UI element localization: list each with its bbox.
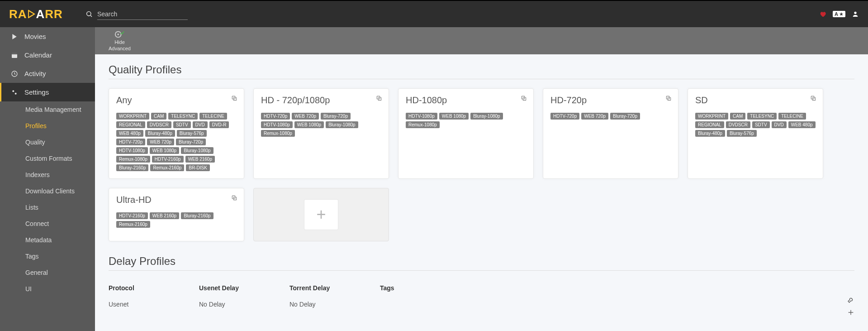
quality-tag: WORKPRINT [695,113,728,120]
clock-icon [11,70,18,77]
quality-tag: TELECINE [778,113,806,120]
calendar-icon [11,52,18,59]
quality-tag: TELECINE [199,113,227,120]
svg-point-0 [87,12,91,16]
profiles-grid: AnyWORKPRINTCAMTELESYNCTELECINEREGIONALD… [109,88,854,241]
sidebar-label: Movies [24,33,46,40]
subnav-metadata[interactable]: Metadata [0,232,95,248]
search-input[interactable] [97,9,188,20]
quality-tag: WEB 2160p [150,212,179,219]
subnav-profiles[interactable]: Profiles [0,118,95,134]
delay-row[interactable]: Usenet No Delay No Delay [109,296,847,312]
quality-tag: Bluray-1080p [326,121,358,128]
subnav-quality[interactable]: Quality [0,134,95,150]
user-icon[interactable] [852,10,859,18]
quality-tag: WEB 2160p [185,156,215,163]
wrench-icon[interactable] [847,296,854,303]
quality-tag: HDTV-2160p [152,156,184,163]
cell-tags [380,301,847,308]
quality-tag: Remux-2160p [116,221,150,228]
quality-tag: Bluray-720p [321,113,351,120]
subnav-lists[interactable]: Lists [0,199,95,216]
profile-tags: HDTV-2160pWEB 2160pBluray-2160pRemux-216… [116,212,237,228]
clone-icon[interactable] [810,95,816,101]
search-icon[interactable] [85,10,93,18]
subnav-connect[interactable]: Connect [0,216,95,232]
col-torrent: Torrent Delay [289,284,380,292]
advanced-label: Advanced [109,46,131,51]
quality-tag: TELESYNC [168,113,198,120]
subnav-indexers[interactable]: Indexers [0,167,95,183]
subnav-general[interactable]: General [0,264,95,281]
cogs-icon [11,89,18,96]
subnav-download-clients[interactable]: Download Clients [0,183,95,199]
svg-point-6 [12,90,14,92]
quality-tag: WEB 480p [788,121,816,128]
quality-tag: Bluray-2160p [181,212,213,219]
delay-table: Protocol Usenet Delay Torrent Delay Tags… [109,280,854,316]
profile-card[interactable]: AnyWORKPRINTCAMTELESYNCTELECINEREGIONALD… [109,88,244,179]
hide-label: Hide [114,39,125,45]
topbar: RA A RR A [0,0,868,27]
quality-tag: WEB 720p [147,139,174,145]
quality-tag: DVD [193,121,208,128]
subnav-media-management[interactable]: Media Management [0,101,95,118]
quality-tag: BR-DISK [186,164,210,171]
cell-torrent: No Delay [289,301,380,308]
quality-tag: Bluray-1080p [181,147,213,154]
hide-advanced-button[interactable]: Hide Advanced [109,30,131,51]
quality-tag: DVD [772,121,787,128]
divider [109,79,854,79]
col-protocol: Protocol [109,284,199,292]
clone-icon[interactable] [665,95,672,101]
clone-icon[interactable] [231,95,237,101]
clone-icon[interactable] [521,95,527,101]
profile-title: HD-1080p [406,95,526,106]
sidebar-item-activity[interactable]: Activity [0,64,95,83]
quality-tag: WEB 1080p [439,113,469,120]
profile-tags: HDTV-720pWEB 720pBluray-720pHDTV-1080pWE… [261,113,381,137]
sidebar-item-movies[interactable]: Movies [0,27,95,46]
sidebar-item-calendar[interactable]: Calendar [0,46,95,64]
quality-tag: WEB 1080p [294,121,324,128]
quality-tag: Bluray-720p [610,113,640,120]
svg-point-7 [15,92,17,94]
quality-tag: DVDSCR [726,121,750,128]
subnav-custom-formats[interactable]: Custom Formats [0,150,95,167]
toolbar: Hide Advanced [95,27,868,54]
profile-title: Any [116,95,237,106]
clone-icon[interactable] [231,195,237,201]
quality-tag: HDTV-1080p [406,113,437,120]
quality-tag: Bluray-480p [145,130,175,137]
profile-card[interactable]: SDWORKPRINTCAMTELESYNCTELECINEREGIONALDV… [688,88,823,179]
clone-icon[interactable] [376,95,382,101]
play-icon [11,33,18,40]
quality-tag: Remux-1080p [406,121,440,128]
subnav-ui[interactable]: UI [0,281,95,297]
profile-card[interactable]: HD - 720p/1080pHDTV-720pWEB 720pBluray-7… [253,88,389,179]
quality-tag: TELESYNC [747,113,777,120]
gear-check-icon [114,30,124,38]
sidebar: Movies Calendar Activity Settings Media … [0,27,95,331]
subnav-tags[interactable]: Tags [0,248,95,264]
quality-tag: Remux-1080p [116,156,150,163]
donate-icon[interactable] [819,10,826,18]
svg-rect-4 [12,53,17,54]
sidebar-item-settings[interactable]: Settings [0,83,95,101]
profile-tags: WORKPRINTCAMTELESYNCTELECINEREGIONALDVDS… [695,113,816,137]
profile-card[interactable]: HD-1080pHDTV-1080pWEB 1080pBluray-1080pR… [398,88,534,179]
svg-point-8 [118,34,119,35]
logo[interactable]: RA A RR [9,7,63,21]
add-delay-icon[interactable] [847,309,854,316]
logo-text-a: A [36,7,45,21]
quality-tag: DVD-R [209,121,229,128]
translate-icon[interactable]: A [833,11,845,17]
profile-card[interactable]: HD-720pHDTV-720pWEB 720pBluray-720p [543,88,678,179]
profile-title: HD - 720p/1080p [261,95,381,106]
profile-title: HD-720p [550,95,671,106]
quality-tag: SDTV [173,121,191,128]
profile-card[interactable]: Ultra-HDHDTV-2160pWEB 2160pBluray-2160pR… [109,188,244,241]
quality-tag: HDTV-720p [550,113,579,120]
add-profile-card[interactable]: + [253,188,389,241]
main: Hide Advanced Quality Profiles AnyWORKPR… [95,27,868,331]
